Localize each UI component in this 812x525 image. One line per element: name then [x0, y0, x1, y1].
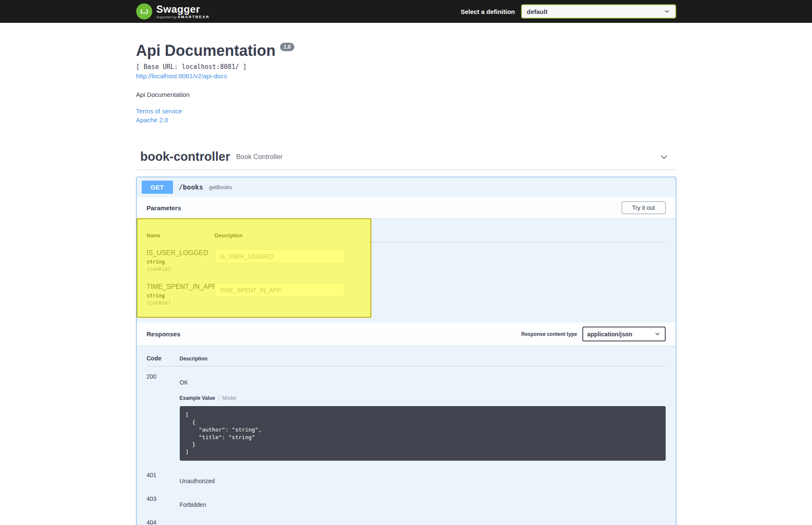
response-content-type-value: application/json: [587, 331, 633, 338]
page-title: Api Documentation1.0: [136, 42, 676, 60]
response-content-type-select[interactable]: application/json: [582, 327, 666, 341]
column-code-header: Code: [147, 355, 180, 362]
parameter-type: string: [147, 259, 215, 265]
version-badge: 1.0: [280, 43, 295, 51]
endpoint-summary: getBooks: [209, 184, 232, 190]
response-row-401: 401 Unauthorized: [147, 465, 666, 489]
parameters-table-header: Name Description: [147, 228, 666, 242]
license-link[interactable]: Apache 2.0: [136, 116, 676, 124]
api-info: Api Documentation1.0 [ Base URL: localho…: [136, 23, 676, 124]
parameter-row-is-user-logged: IS_USER_LOGGED string (cookie): [147, 242, 666, 272]
try-it-out-button[interactable]: Try it out: [622, 201, 666, 214]
response-row-200: 200 OK Example Value Model [ { "author":…: [147, 366, 666, 465]
api-docs-link[interactable]: http://localhost:8081/v2/api-docs: [136, 72, 227, 80]
response-code: 404: [147, 519, 180, 525]
tag-name: book-controller: [140, 150, 230, 164]
parameter-name: TIME_SPENT_IN_APP: [147, 283, 215, 291]
parameter-location: (cookie): [147, 300, 215, 306]
chevron-down-icon: [664, 8, 670, 15]
opblock-get-books: GET /books getBooks Parameters Try it ou…: [136, 177, 676, 525]
terms-of-service-link[interactable]: Terms of service: [136, 107, 676, 115]
base-url: [ Base URL: localhost:8081/ ]: [136, 63, 676, 71]
tab-separator: [219, 395, 219, 401]
response-row-403: 403 Forbidden: [147, 489, 666, 512]
definition-select-value: default: [527, 8, 548, 15]
response-description: OK: [180, 379, 666, 386]
responses-body: Code Description 200 OK Example Value Mo…: [137, 346, 676, 525]
tab-example-value[interactable]: Example Value: [180, 395, 215, 401]
parameter-input-time-spent-in-app[interactable]: [215, 283, 344, 297]
collapse-chevron-down-icon: [659, 152, 669, 162]
parameters-header: Parameters Try it out: [137, 197, 676, 218]
parameter-name: IS_USER_LOGGED: [147, 249, 215, 257]
swagger-logo-icon: {…}: [136, 3, 152, 19]
parameters-body: Name Description IS_USER_LOGGED string (…: [137, 218, 676, 322]
column-name-header: Name: [147, 233, 215, 239]
parameters-title: Parameters: [147, 204, 181, 212]
parameter-row-time-spent-in-app: TIME_SPENT_IN_APP string (cookie): [147, 276, 666, 306]
response-row-404: 404 Not Found: [147, 512, 666, 525]
smartbear-tagline: Supported bySMARTBEAR: [156, 15, 210, 19]
parameter-type: string: [147, 293, 215, 299]
example-tabs: Example Value Model: [180, 395, 666, 401]
response-code: 200: [147, 373, 180, 380]
swagger-logo[interactable]: {…} Swagger Supported bySMARTBEAR: [136, 3, 210, 19]
http-method-badge: GET: [142, 181, 173, 194]
column-description-header: Description: [180, 356, 208, 362]
api-description: Api Documentation: [136, 91, 676, 98]
response-code: 403: [147, 495, 180, 502]
response-code: 401: [147, 472, 180, 478]
endpoint-path: /books: [179, 183, 203, 191]
responses-title: Responses: [147, 330, 181, 338]
definition-select[interactable]: default: [521, 4, 676, 19]
response-description: Forbidden: [180, 501, 666, 508]
chevron-down-icon: [654, 331, 661, 337]
opblock-summary[interactable]: GET /books getBooks: [137, 177, 676, 197]
response-description: Unauthorized: [180, 478, 666, 484]
responses-table-header: Code Description: [147, 355, 666, 366]
response-content-type-label: Response content type: [521, 331, 577, 337]
responses-header: Responses Response content type applicat…: [137, 322, 676, 346]
example-json-block[interactable]: [ { "author": "string", "title": "string…: [180, 406, 666, 461]
tag-description: Book Controller: [236, 153, 283, 161]
tag-header-book-controller[interactable]: book-controller Book Controller: [136, 150, 676, 170]
select-definition-label: Select a definition: [461, 8, 515, 15]
parameter-location: (cookie): [147, 266, 215, 272]
column-description-header: Description: [215, 233, 243, 239]
parameter-input-is-user-logged[interactable]: [215, 249, 344, 263]
swagger-logo-text: Swagger: [156, 4, 210, 14]
tab-model[interactable]: Model: [222, 395, 236, 401]
topbar: {…} Swagger Supported bySMARTBEAR Select…: [0, 0, 812, 23]
tag-section-book-controller: book-controller Book Controller GET /boo…: [136, 150, 676, 525]
